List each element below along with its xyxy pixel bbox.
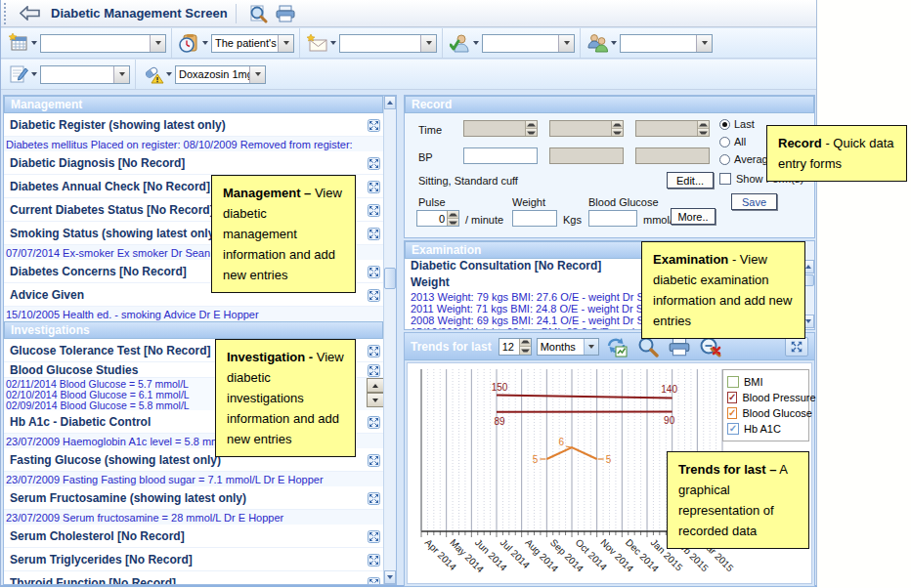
expand-icon[interactable] [368, 118, 380, 131]
radio-last-label: Last [734, 118, 755, 130]
print-button[interactable] [272, 2, 299, 25]
combo-dropdown-button[interactable] [558, 35, 574, 52]
expand-trends-button[interactable] [785, 337, 808, 357]
expand-icon[interactable] [368, 576, 380, 585]
appointment-combo[interactable] [40, 34, 166, 53]
time-spinner-1[interactable] [463, 120, 538, 137]
expand-icon[interactable] [368, 265, 380, 277]
pulse-value: 0 [417, 211, 447, 226]
scroll-down-button[interactable] [367, 393, 384, 407]
patient-summary-combo[interactable]: The patient's S... [211, 34, 294, 53]
calendar-button[interactable] [6, 31, 30, 55]
radio-last[interactable]: Last [719, 118, 755, 130]
section-title-row: Serum Triglycerides [No Record] [4, 548, 383, 571]
scroll-thumb[interactable] [384, 268, 396, 289]
patient-check-combo[interactable] [482, 34, 575, 53]
printer-icon [275, 5, 296, 22]
medication-combo-value: Doxazosin 1mg ta... [176, 66, 249, 83]
people-split-caret[interactable] [611, 41, 617, 45]
time-spinner-3[interactable] [635, 120, 710, 137]
bp-field-3[interactable] [635, 147, 710, 164]
section-title-label: Serum Triglycerides [No Record] [10, 553, 368, 567]
combo-dropdown-button[interactable] [113, 66, 129, 83]
left-panel-scrollbar[interactable] [383, 96, 396, 584]
expand-icon[interactable] [368, 180, 380, 192]
record-detail-row: 23/07/2009 Serum fructosamine = 28 mmol/… [4, 510, 383, 525]
legend-checkbox[interactable] [727, 376, 739, 388]
note-combo[interactable] [40, 65, 130, 84]
diabetic-management-screen: Diabetic Management Screen [0, 0, 911, 588]
note-pencil-icon [9, 64, 28, 84]
expand-icon[interactable] [368, 453, 380, 466]
pulse-spinner[interactable]: 0 [416, 210, 459, 227]
appointment-combo-value [41, 35, 150, 52]
time-spinner-2[interactable] [549, 120, 624, 137]
referral-combo[interactable] [620, 34, 713, 53]
medication-split-caret[interactable] [166, 72, 172, 76]
expand-icon[interactable] [368, 363, 380, 376]
management-panel-header: Management [4, 96, 383, 113]
investigations-header-label: Investigations [11, 323, 90, 337]
expand-icon[interactable] [368, 553, 380, 566]
clock-split-caret[interactable] [202, 41, 208, 45]
mail-button[interactable] [305, 31, 329, 55]
bp-field-2[interactable] [549, 147, 624, 164]
expand-icon[interactable] [368, 203, 380, 216]
drag-grip[interactable] [3, 3, 8, 24]
combo-dropdown-button[interactable] [420, 35, 436, 52]
expand-icon[interactable] [368, 344, 380, 357]
expand-icon[interactable] [368, 227, 380, 239]
save-button[interactable]: Save [731, 193, 777, 210]
investigations-panel-header: Investigations [4, 321, 383, 339]
blood-glucose-mini-scrollbar [367, 378, 384, 407]
legend-checkbox[interactable]: ✓ [727, 423, 739, 435]
back-button[interactable] [16, 3, 45, 24]
section-title-row: Serum Fructosamine (showing latest only) [4, 486, 383, 510]
legend-item: ✓Blood Pressure [727, 390, 804, 405]
medication-combo[interactable]: Doxazosin 1mg ta... [175, 65, 266, 84]
edit-button[interactable]: Edit... [667, 172, 714, 189]
combo-dropdown-button[interactable] [278, 35, 293, 52]
callout-title: Trends for last – [678, 462, 776, 477]
trend-period-spinner[interactable]: 12 [499, 338, 532, 356]
mail-combo-value [340, 35, 420, 52]
notes-group [1, 60, 136, 89]
titlebar: Diabetic Management Screen [1, 0, 816, 27]
clock-task-button[interactable] [177, 31, 201, 55]
blood-glucose-field[interactable] [588, 210, 637, 227]
preview-button[interactable] [244, 2, 272, 25]
patient-check-caret[interactable] [473, 41, 479, 45]
more-button[interactable]: More.. [671, 208, 716, 225]
expand-icon[interactable] [368, 491, 380, 504]
bp-field-1[interactable] [463, 147, 538, 164]
patient-check-group [443, 28, 581, 58]
note-split-caret[interactable] [31, 72, 37, 76]
trend-unit-dropdown[interactable]: Months [537, 338, 599, 356]
weight-field[interactable] [512, 210, 557, 227]
legend-checkbox[interactable]: ✓ [727, 392, 737, 403]
radio-all[interactable]: All [719, 136, 746, 147]
refresh-chart-button[interactable] [604, 335, 630, 358]
mail-combo[interactable] [339, 34, 437, 53]
medication-button[interactable] [141, 63, 165, 86]
people-button[interactable] [586, 31, 610, 55]
mail-split-caret[interactable] [330, 41, 336, 45]
scroll-up-button[interactable] [384, 96, 396, 109]
expand-icon[interactable] [368, 529, 380, 542]
legend-checkbox[interactable]: ✓ [727, 407, 737, 419]
expand-icon[interactable] [368, 156, 380, 169]
combo-dropdown-button[interactable] [249, 66, 265, 83]
combo-dropdown-button[interactable] [696, 35, 712, 52]
expand-icon[interactable] [368, 415, 380, 428]
referral-combo-value [621, 35, 696, 52]
note-edit-button[interactable] [6, 63, 30, 86]
scroll-down-button[interactable] [384, 570, 396, 584]
calendar-icon [9, 33, 28, 53]
scroll-up-button[interactable] [367, 378, 384, 393]
patient-check-button[interactable] [448, 31, 472, 55]
expand-icon[interactable] [368, 288, 380, 301]
combo-dropdown-button[interactable] [150, 35, 165, 52]
show-forms-checkbox[interactable] [719, 173, 731, 185]
calendar-split-caret[interactable] [31, 41, 37, 45]
callout-record: Record - Quick data entry forms [766, 125, 907, 182]
